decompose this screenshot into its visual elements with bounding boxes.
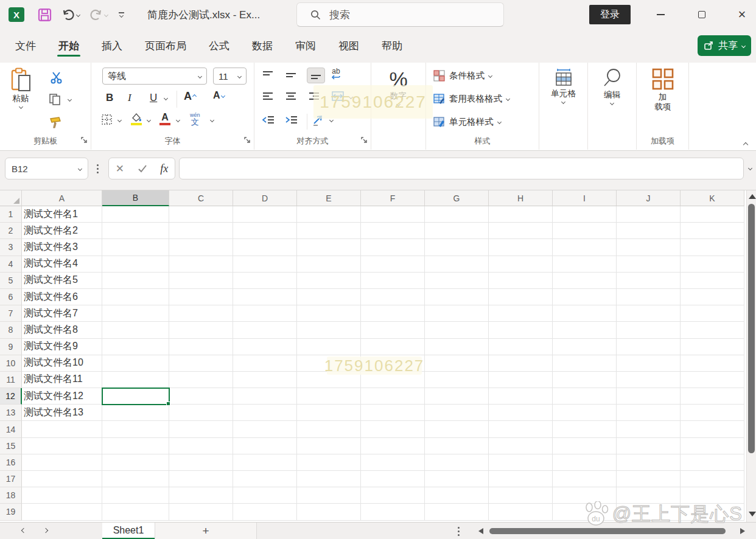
- cell-B3[interactable]: [102, 239, 169, 256]
- tab-视图[interactable]: 视图: [331, 34, 366, 58]
- cell-E18[interactable]: [297, 487, 361, 504]
- cell-D12[interactable]: [233, 388, 297, 405]
- wrap-text-button[interactable]: ab: [331, 68, 341, 80]
- underline-button[interactable]: U: [150, 92, 157, 104]
- borders-chevron-icon[interactable]: [117, 118, 122, 122]
- cell-D9[interactable]: [233, 339, 297, 355]
- cell-B9[interactable]: [102, 339, 169, 355]
- cell-A8[interactable]: 测试文件名8: [22, 322, 102, 338]
- cell-C10[interactable]: [169, 355, 233, 372]
- cell-H11[interactable]: [489, 372, 553, 388]
- share-button[interactable]: 共享: [698, 35, 751, 56]
- cell-C15[interactable]: [169, 438, 233, 454]
- minimize-button[interactable]: [646, 0, 674, 29]
- new-sheet-button[interactable]: +: [155, 523, 257, 539]
- cell-K4[interactable]: [681, 256, 744, 273]
- cell-E15[interactable]: [297, 438, 361, 454]
- cell-I4[interactable]: [553, 256, 617, 273]
- column-header-C[interactable]: C: [169, 190, 233, 206]
- cell-K11[interactable]: [681, 372, 744, 388]
- cell-J15[interactable]: [617, 438, 681, 454]
- merge-center-button[interactable]: [331, 91, 345, 102]
- cell-H10[interactable]: [489, 355, 553, 372]
- collapse-ribbon-button[interactable]: [743, 142, 748, 147]
- select-all-corner[interactable]: [0, 190, 22, 206]
- cell-E12[interactable]: [297, 388, 361, 405]
- scroll-down-arrow-icon[interactable]: [749, 512, 756, 516]
- cell-A18[interactable]: [22, 487, 102, 504]
- cell-K10[interactable]: [681, 355, 744, 372]
- bold-button[interactable]: B: [106, 92, 113, 104]
- cut-button[interactable]: [50, 71, 63, 84]
- tab-页面布局[interactable]: 页面布局: [138, 34, 194, 58]
- cell-B1[interactable]: [102, 206, 169, 223]
- cell-K5[interactable]: [681, 273, 744, 289]
- font-color-chevron-icon[interactable]: [176, 118, 180, 122]
- cell-A19[interactable]: [22, 504, 102, 520]
- column-header-G[interactable]: G: [425, 190, 489, 206]
- cell-D14[interactable]: [233, 421, 297, 437]
- cell-C1[interactable]: [169, 206, 233, 223]
- cell-D19[interactable]: [233, 504, 297, 520]
- cell-F4[interactable]: [361, 256, 425, 273]
- cell-C11[interactable]: [169, 372, 233, 388]
- cell-J16[interactable]: [617, 454, 681, 471]
- cell-J1[interactable]: [617, 206, 681, 223]
- cell-G13[interactable]: [425, 405, 489, 421]
- save-button[interactable]: [38, 8, 52, 22]
- cell-F9[interactable]: [361, 339, 425, 355]
- row-header-18[interactable]: 18: [0, 487, 22, 504]
- row-header-8[interactable]: 8: [0, 322, 22, 338]
- cell-D6[interactable]: [233, 289, 297, 305]
- cell-D2[interactable]: [233, 223, 297, 239]
- cell-D4[interactable]: [233, 256, 297, 273]
- cell-A17[interactable]: [22, 471, 102, 487]
- cell-H1[interactable]: [489, 206, 553, 223]
- name-box[interactable]: B12: [5, 158, 88, 179]
- column-header-I[interactable]: I: [553, 190, 617, 206]
- cell-I6[interactable]: [553, 289, 617, 305]
- column-header-A[interactable]: A: [22, 190, 102, 206]
- tab-公式[interactable]: 公式: [201, 34, 237, 58]
- redo-button[interactable]: [89, 9, 108, 21]
- cell-E1[interactable]: [297, 206, 361, 223]
- cell-H15[interactable]: [489, 438, 553, 454]
- row-header-6[interactable]: 6: [0, 289, 22, 305]
- cell-C3[interactable]: [169, 239, 233, 256]
- cell-E6[interactable]: [297, 289, 361, 305]
- paste-button[interactable]: 粘贴: [10, 68, 32, 108]
- cell-D15[interactable]: [233, 438, 297, 454]
- column-header-J[interactable]: J: [617, 190, 681, 206]
- column-header-H[interactable]: H: [489, 190, 553, 206]
- phonetic-guide-button[interactable]: wén 文: [190, 113, 200, 126]
- cell-F14[interactable]: [361, 421, 425, 437]
- cell-D5[interactable]: [233, 273, 297, 289]
- cell-H9[interactable]: [489, 339, 553, 355]
- cell-E8[interactable]: [297, 322, 361, 338]
- cell-G12[interactable]: [425, 388, 489, 405]
- cell-A5[interactable]: 测试文件名5: [22, 273, 102, 289]
- cell-F6[interactable]: [361, 289, 425, 305]
- cell-C5[interactable]: [169, 273, 233, 289]
- cell-J17[interactable]: [617, 471, 681, 487]
- cell-I12[interactable]: [553, 388, 617, 405]
- borders-button[interactable]: [101, 114, 113, 126]
- cell-H4[interactable]: [489, 256, 553, 273]
- excel-app-icon[interactable]: X: [9, 7, 24, 22]
- vertical-scrollbar[interactable]: [746, 190, 756, 522]
- cell-A6[interactable]: 测试文件名6: [22, 289, 102, 305]
- cell-F15[interactable]: [361, 438, 425, 454]
- row-header-7[interactable]: 7: [0, 305, 22, 322]
- cell-A16[interactable]: [22, 454, 102, 471]
- cell-J13[interactable]: [617, 405, 681, 421]
- cell-K18[interactable]: [681, 487, 744, 504]
- tab-开始[interactable]: 开始: [51, 34, 86, 58]
- sign-in-button[interactable]: 登录: [589, 5, 631, 24]
- cell-K16[interactable]: [681, 454, 744, 471]
- cell-G18[interactable]: [425, 487, 489, 504]
- align-top-button[interactable]: [262, 70, 274, 80]
- column-header-E[interactable]: E: [297, 190, 361, 206]
- cell-A15[interactable]: [22, 438, 102, 454]
- cell-G8[interactable]: [425, 322, 489, 338]
- cell-C17[interactable]: [169, 471, 233, 487]
